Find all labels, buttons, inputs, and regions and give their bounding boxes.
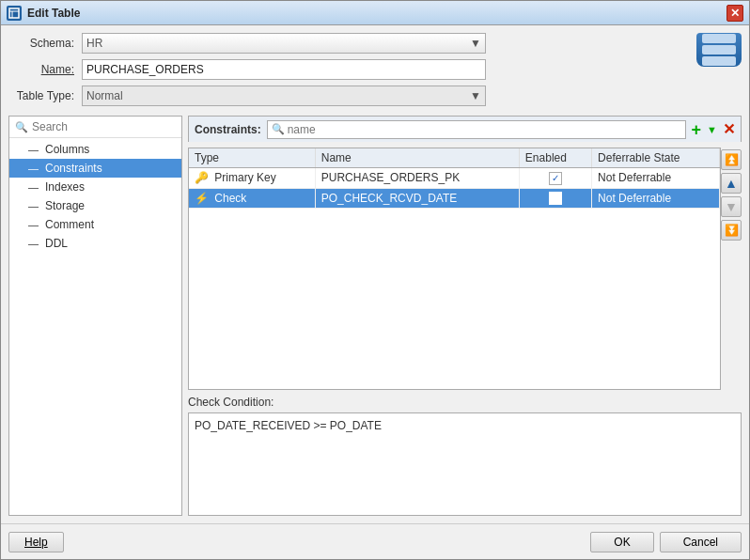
side-buttons: ⏫ ▲ ▼ ⏬ — [721, 148, 742, 390]
row2-enabled-checkbox[interactable]: ✓ — [549, 192, 562, 205]
ok-button[interactable]: OK — [590, 532, 653, 552]
constraints-table-wrapper: Type Name Enabled Deferrable State 🔑 — [188, 148, 721, 390]
tree-item-comment[interactable]: — Comment — [9, 215, 181, 234]
row2-deferrable: Not Deferrable — [592, 188, 720, 209]
table-type-row: Table Type: Normal ▼ — [8, 86, 742, 106]
row1-enabled: ✓ — [519, 168, 591, 189]
constraints-search-icon: 🔍 — [272, 123, 285, 135]
constraints-search-input[interactable] — [288, 123, 681, 136]
title-bar-left: Edit Table — [7, 6, 80, 21]
row2-enabled: ✓ — [519, 188, 591, 209]
col-deferrable: Deferrable State — [592, 148, 720, 168]
tree-item-columns[interactable]: — Columns — [9, 140, 181, 159]
tree-item-indexes[interactable]: — Indexes — [9, 178, 181, 196]
table-type-dropdown-arrow: ▼ — [470, 89, 481, 102]
table-row[interactable]: ⚡ Check PO_CHECK_RCVD_DATE ✓ Not Deferra… — [189, 188, 720, 209]
constraints-label: Constraints: — [195, 123, 261, 136]
db-disk-1 — [702, 34, 736, 43]
delete-constraint-button[interactable]: ✕ — [723, 122, 735, 137]
comment-icon: — — [28, 219, 41, 230]
bottom-bar: Help OK Cancel — [1, 523, 749, 559]
right-panel: Constraints: 🔍 + ▼ ✕ — [188, 116, 742, 516]
dialog-icon — [7, 6, 22, 21]
name-input[interactable] — [82, 59, 486, 80]
dialog-title: Edit Table — [27, 7, 80, 20]
constraints-search-box: 🔍 — [267, 120, 686, 139]
constraints-table: Type Name Enabled Deferrable State 🔑 — [189, 148, 720, 209]
add-constraint-dropdown[interactable]: ▼ — [707, 124, 717, 135]
search-box: 🔍 — [9, 117, 181, 138]
dialog-body: Schema: HR ▼ Name: Table Type: Normal ▼ — [1, 25, 749, 523]
schema-value: HR — [86, 37, 102, 50]
schema-row: Schema: HR ▼ — [8, 33, 742, 54]
storage-icon: — — [28, 200, 41, 211]
indexes-icon: — — [28, 181, 41, 193]
name-row: Name: — [8, 59, 742, 80]
row2-type: ⚡ Check — [189, 188, 315, 209]
help-button[interactable]: Help — [8, 532, 64, 552]
title-bar: Edit Table ✕ — [1, 1, 749, 25]
move-top-button[interactable]: ⏫ — [721, 149, 742, 170]
db-disk-2 — [702, 45, 736, 54]
table-type-value: Normal — [86, 89, 123, 102]
move-down-button[interactable]: ▼ — [721, 196, 742, 217]
close-button[interactable]: ✕ — [727, 5, 743, 22]
check-condition-value: PO_DATE_RECEIVED >= PO_DATE — [195, 419, 382, 432]
check-constraint-icon: ⚡ — [195, 192, 209, 205]
search-icon: 🔍 — [15, 121, 28, 133]
db-disk-3 — [702, 56, 736, 66]
action-buttons: OK Cancel — [590, 532, 742, 552]
name-label: Name: — [8, 63, 74, 76]
search-input[interactable] — [32, 120, 176, 133]
row2-name: PO_CHECK_RCVD_DATE — [315, 188, 519, 209]
schema-select[interactable]: HR ▼ — [82, 33, 486, 54]
tree-panel: — Columns — Constraints — Indexes — Stor… — [9, 138, 181, 515]
edit-table-dialog: Edit Table ✕ Schema: HR ▼ Name: Table Ty… — [0, 0, 750, 560]
ddl-icon: — — [28, 238, 41, 249]
svg-rect-0 — [9, 8, 19, 18]
left-panel: 🔍 — Columns — Constraints — Indexes — [8, 116, 182, 516]
table-row[interactable]: 🔑 Primary Key PURCHASE_ORDERS_PK ✓ Not D… — [189, 168, 720, 189]
key-icon: 🔑 — [195, 171, 209, 184]
check-condition-box[interactable]: PO_DATE_RECEIVED >= PO_DATE — [188, 412, 742, 516]
content-area: 🔍 — Columns — Constraints — Indexes — [8, 116, 742, 516]
row1-deferrable: Not Deferrable — [592, 168, 720, 189]
cancel-button[interactable]: Cancel — [660, 532, 742, 552]
row1-name: PURCHASE_ORDERS_PK — [315, 168, 519, 189]
row1-enabled-checkbox[interactable]: ✓ — [549, 172, 562, 185]
col-enabled: Enabled — [519, 148, 591, 168]
check-condition-section: Check Condition: PO_DATE_RECEIVED >= PO_… — [188, 396, 742, 516]
row1-type: 🔑 Primary Key — [189, 168, 315, 189]
table-type-label: Table Type: — [8, 89, 74, 102]
tree-item-ddl[interactable]: — DDL — [9, 234, 181, 253]
col-type: Type — [189, 148, 315, 168]
add-constraint-button[interactable]: + — [692, 121, 702, 138]
schema-label: Schema: — [8, 37, 74, 50]
database-icon — [696, 33, 742, 67]
col-name: Name — [315, 148, 519, 168]
table-type-select[interactable]: Normal ▼ — [82, 86, 486, 106]
columns-icon: — — [28, 144, 41, 155]
move-up-button[interactable]: ▲ — [721, 173, 742, 194]
schema-dropdown-arrow: ▼ — [470, 37, 481, 50]
constraints-icon: — — [28, 163, 41, 174]
constraints-table-area: Type Name Enabled Deferrable State 🔑 — [188, 148, 742, 390]
check-condition-label: Check Condition: — [188, 396, 742, 409]
constraints-header: Constraints: 🔍 + ▼ ✕ — [188, 116, 742, 142]
tree-item-constraints[interactable]: — Constraints — [9, 159, 181, 178]
tree-item-storage[interactable]: — Storage — [9, 196, 181, 215]
move-bottom-button[interactable]: ⏬ — [721, 220, 742, 241]
